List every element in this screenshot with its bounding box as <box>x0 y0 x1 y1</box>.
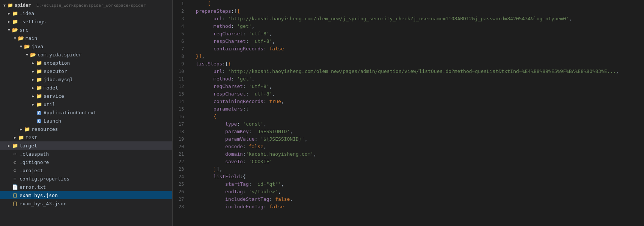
line-content[interactable]: paramValue: '${JSESSIONID}', <box>188 135 644 143</box>
token <box>190 174 214 179</box>
line-content[interactable]: startTag: 'id="qt"', <box>188 180 644 188</box>
code-line: 6 respCharset: 'utf-8', <box>173 38 644 45</box>
tree-item-label: error.txt <box>20 184 172 190</box>
token: true <box>269 99 281 104</box>
sidebar-item-executor[interactable]: ▶📁executor <box>0 67 172 75</box>
tree-item-label: .gitignore <box>20 159 172 165</box>
line-content[interactable]: type: 'const', <box>188 120 644 128</box>
sidebar-item-src[interactable]: ▼📂src <box>0 26 172 34</box>
line-content[interactable]: reqCharset: 'utf-8', <box>188 30 644 38</box>
sidebar-item-classpath[interactable]: ⊙.classpath <box>0 150 172 158</box>
line-content[interactable]: url: 'http://kaoshi.haoyisheng.com/olem_… <box>188 68 644 75</box>
line-number: 21 <box>173 150 188 158</box>
code-line: 9 listSteps:[{ <box>173 60 644 68</box>
line-content[interactable]: [ <box>188 0 644 8</box>
tree-arrow-icon: ▶ <box>30 77 36 82</box>
sidebar-item-gitignore[interactable]: ⊘.gitignore <box>0 158 172 166</box>
token <box>190 121 225 127</box>
token: : <box>246 91 252 97</box>
line-content[interactable]: { <box>188 113 644 120</box>
sidebar-item-util[interactable]: ▶📁util <box>0 100 172 108</box>
sidebar-item-jdbc.mysql[interactable]: ▶📁jdbc.mysql <box>0 75 172 83</box>
sidebar-item-resources[interactable]: ▶📁resources <box>0 125 172 133</box>
line-content[interactable]: includeEndTag: false <box>188 203 644 211</box>
line-content[interactable]: endTag: '</table>', <box>188 188 644 196</box>
token: , <box>252 23 255 29</box>
token: : <box>231 76 237 82</box>
sidebar-item-main[interactable]: ▼📂main <box>0 34 172 42</box>
sidebar-item-exam_hys.json[interactable]: {}exam_hys.json <box>0 191 172 199</box>
line-content[interactable]: prepareSteps:[{ <box>188 8 644 15</box>
root-header[interactable]: ▼ 📁 spider E:\eclipse_workspace\spider_w… <box>0 2 172 9</box>
code-line: 25 startTag: 'id="qt"', <box>173 180 644 188</box>
sidebar-item-service[interactable]: ▶📁service <box>0 92 172 100</box>
tree-arrow-icon: ▼ <box>12 36 18 40</box>
sidebar-item-project[interactable]: ⊘.project <box>0 166 172 174</box>
line-content[interactable]: encode: false, <box>188 143 644 150</box>
line-content[interactable]: listSteps:[{ <box>188 60 644 68</box>
line-content[interactable]: method: 'get', <box>188 75 644 83</box>
line-content[interactable]: respCharset: 'utf-8', <box>188 90 644 98</box>
token: }] <box>196 53 202 59</box>
sidebar-item-exception[interactable]: ▶📁exception <box>0 59 172 67</box>
line-content[interactable]: domain:'kaoshi.haoyisheng.com', <box>188 150 644 158</box>
token: : <box>269 196 275 202</box>
line-content[interactable]: paramKey: 'JSESSIONID', <box>188 128 644 135</box>
folder-icon: 📁 <box>36 85 42 91</box>
line-content[interactable]: containingRecords: false <box>188 45 644 53</box>
sidebar-item-settings[interactable]: ▶📁.settings <box>0 17 172 26</box>
tree-item-label: config.properties <box>20 176 172 182</box>
line-content[interactable]: containingRecords: true, <box>188 98 644 105</box>
token: 'utf-8' <box>249 83 269 89</box>
line-content[interactable]: parameters:[ <box>188 105 644 113</box>
tree-item-label: service <box>44 93 172 99</box>
line-number: 13 <box>173 90 188 98</box>
tree-item-label: .settings <box>20 19 172 24</box>
sidebar-item-exam_hys_A3.json[interactable]: {}exam_hys_A3.json <box>0 199 172 208</box>
tree-arrow-icon: ▶ <box>6 144 12 148</box>
tree-item-label: .idea <box>20 11 172 16</box>
token: domain <box>225 151 243 157</box>
token: : <box>243 83 249 89</box>
token: containingRecords <box>214 46 263 52</box>
line-content[interactable]: saveTo: 'COOKIE' <box>188 158 644 165</box>
sidebar-item-ApplicationContext[interactable]: CApplicationContext <box>0 108 172 117</box>
line-number: 14 <box>173 98 188 105</box>
code-line: 4 method: 'get', <box>173 23 644 30</box>
code-line: 12 reqCharset: 'utf-8', <box>173 83 644 90</box>
line-content[interactable]: reqCharset: 'utf-8', <box>188 83 644 90</box>
token <box>190 189 225 194</box>
line-content[interactable]: method: 'get', <box>188 23 644 30</box>
line-content[interactable]: }], <box>188 165 644 173</box>
line-number: 4 <box>173 23 188 30</box>
token: 'id="qt"' <box>254 181 281 187</box>
line-content[interactable]: url: 'http://kaoshi.haoyisheng.com/olem_… <box>188 15 644 23</box>
sidebar-item-test[interactable]: ▶📁test <box>0 133 172 141</box>
token: includeStartTag <box>225 196 269 202</box>
line-content[interactable]: includeStartTag: false, <box>188 196 644 203</box>
sidebar-item-Launch[interactable]: CLaunch <box>0 117 172 125</box>
sidebar-item-config.properties[interactable]: ≡config.properties <box>0 174 172 183</box>
folder-icon: 📂 <box>18 35 24 41</box>
line-number: 6 <box>173 38 188 45</box>
code-line: 27 includeStartTag: false, <box>173 196 644 203</box>
sidebar-item-model[interactable]: ▶📁model <box>0 83 172 92</box>
sidebar-item-java[interactable]: ▼📂java <box>0 42 172 50</box>
token: url <box>214 68 222 74</box>
line-number: 26 <box>173 188 188 196</box>
code-line: 7 containingRecords: false <box>173 45 644 53</box>
token <box>190 159 225 164</box>
folder-icon: 📁 <box>18 135 24 140</box>
line-content[interactable]: respCharset: 'utf-8', <box>188 38 644 45</box>
gitignore-icon: ⊘ <box>12 159 18 165</box>
tree-arrow-icon: ▶ <box>6 20 12 24</box>
code-editor[interactable]: 1 [2 prepareSteps:[{3 url: 'http://kaosh… <box>173 0 644 226</box>
line-content[interactable]: listField:{ <box>188 173 644 180</box>
token: respCharset <box>214 91 246 97</box>
sidebar-item-idea[interactable]: ▶📁.idea <box>0 9 172 17</box>
token: 'JSESSIONID' <box>254 129 290 134</box>
line-content[interactable]: }], <box>188 53 644 60</box>
sidebar-item-com.yida.spider[interactable]: ▼📂com.yida.spider <box>0 50 172 59</box>
sidebar-item-target[interactable]: ▶📁target <box>0 141 172 150</box>
sidebar-item-error.txt[interactable]: 📄error.txt <box>0 183 172 191</box>
